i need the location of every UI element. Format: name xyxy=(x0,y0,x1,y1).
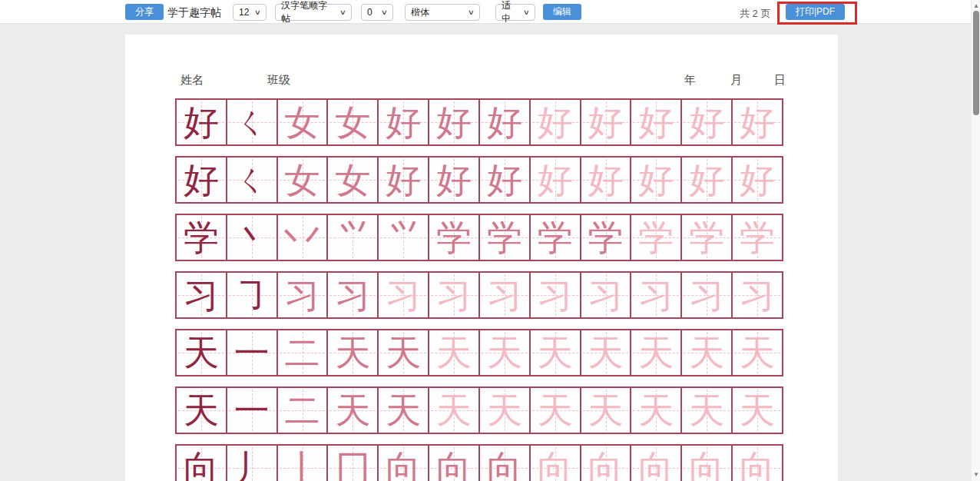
practice-cell: 女 xyxy=(328,158,379,202)
practice-cell: 习 xyxy=(733,273,782,317)
practice-cell: 好 xyxy=(733,100,782,144)
share-button[interactable]: 分享 xyxy=(125,4,164,20)
character-glyph: 向 xyxy=(581,446,631,481)
print-pdf-button[interactable]: 打印|PDF xyxy=(786,4,845,20)
character-glyph: 天 xyxy=(429,330,478,375)
practice-cell: 天 xyxy=(631,330,682,375)
practice-cell: 习 xyxy=(177,273,227,317)
grid-row: 天一二天天天天天天天天天 xyxy=(175,386,783,434)
character-glyph: 好 xyxy=(631,100,680,144)
day-label: 日 xyxy=(774,73,786,88)
density-select[interactable]: 适中 ∨ xyxy=(495,4,535,21)
scroll-up-icon[interactable]: ▲ xyxy=(972,2,980,11)
practice-cell: 好 xyxy=(581,100,632,144)
practice-cell: 向 xyxy=(531,446,581,481)
stroke-option-select[interactable]: 0 ∨ xyxy=(361,4,393,21)
edit-button[interactable]: 编辑 xyxy=(543,4,581,20)
grid-row: 习㇆习习习习习习习习习习 xyxy=(175,271,783,319)
character-glyph: 向 xyxy=(429,446,478,481)
character-glyph: 天 xyxy=(328,388,377,433)
practice-cell: 天 xyxy=(733,330,782,375)
practice-cell: 向 xyxy=(733,446,782,481)
practice-cell: 天 xyxy=(328,388,379,433)
practice-cell: 天 xyxy=(531,330,581,375)
character-glyph: 学 xyxy=(581,215,631,260)
practice-cell: 天 xyxy=(429,388,480,433)
character-glyph: 女 xyxy=(328,158,377,202)
character-glyph: 习 xyxy=(480,273,529,317)
practice-cell: 向 xyxy=(480,446,531,481)
character-glyph: 习 xyxy=(177,273,226,317)
site-title: 学于趣字帖 xyxy=(167,6,221,20)
scroll-down-icon[interactable]: ▼ xyxy=(972,470,980,479)
character-glyph: 习 xyxy=(581,273,631,317)
font-size-select[interactable]: 12 ∨ xyxy=(233,4,267,21)
character-glyph: 天 xyxy=(531,388,580,433)
chevron-down-icon: ∨ xyxy=(381,8,388,16)
practice-cell: 习 xyxy=(531,273,581,317)
practice-cell: 天 xyxy=(379,330,429,375)
character-glyph: 丨 xyxy=(278,446,327,481)
practice-cell: 学 xyxy=(631,215,682,260)
practice-cell: 女 xyxy=(328,100,379,144)
grid-row: 好ㄑ女女好好好好好好好好 xyxy=(175,98,783,146)
practice-cell: 习 xyxy=(328,273,379,317)
practice-cell: 向 xyxy=(682,446,733,481)
character-glyph: 好 xyxy=(480,100,529,144)
character-glyph: 天 xyxy=(733,388,782,433)
practice-cell: 女 xyxy=(278,158,329,202)
toolbar: 分享 学于趣字帖 12 ∨ 汉字笔顺字帖 ∨ 0 ∨ 楷体 ∨ 适中 ∨ 编辑 … xyxy=(0,0,980,24)
character-glyph: 好 xyxy=(682,158,731,202)
character-glyph: 天 xyxy=(581,330,631,375)
character-glyph: 学 xyxy=(682,215,731,260)
sheet-type-value: 汉字笔顺字帖 xyxy=(281,0,336,25)
character-glyph: 二 xyxy=(278,330,327,375)
app-window: 分享 学于趣字帖 12 ∨ 汉字笔顺字帖 ∨ 0 ∨ 楷体 ∨ 适中 ∨ 编辑 … xyxy=(0,0,980,481)
practice-cell: ㇆ xyxy=(227,273,278,317)
font-select[interactable]: 楷体 ∨ xyxy=(405,4,480,21)
character-glyph: 习 xyxy=(531,273,580,317)
worksheet-paper: 姓名 班级 年 月 日 好ㄑ女女好好好好好好好好好ㄑ女女好好好好好好好好学丶丷⺍… xyxy=(125,35,838,481)
character-glyph: 一 xyxy=(227,388,276,433)
practice-cell: 学 xyxy=(733,215,782,260)
chevron-down-icon: ∨ xyxy=(468,8,475,16)
character-glyph: 习 xyxy=(328,273,377,317)
chevron-down-icon: ∨ xyxy=(523,8,530,16)
practice-cell: 好 xyxy=(682,100,733,144)
practice-cell: 天 xyxy=(581,330,632,375)
scrollbar-thumb[interactable] xyxy=(973,11,979,115)
practice-cell: ⺍ xyxy=(328,215,379,260)
practice-cell: 天 xyxy=(379,388,429,433)
name-label: 姓名 xyxy=(180,73,204,88)
character-glyph: 天 xyxy=(379,330,428,375)
practice-cell: 好 xyxy=(531,100,581,144)
practice-cell: 好 xyxy=(733,158,782,202)
practice-cell: 好 xyxy=(682,158,733,202)
practice-cell: 学 xyxy=(581,215,632,260)
character-glyph: 学 xyxy=(177,215,226,260)
vertical-scrollbar[interactable]: ▲ ▼ xyxy=(971,0,980,481)
practice-cell: 向 xyxy=(429,446,480,481)
practice-cell: 向 xyxy=(379,446,429,481)
practice-cell: ㄑ xyxy=(227,158,278,202)
character-glyph: 向 xyxy=(733,446,782,481)
sheet-type-select[interactable]: 汉字笔顺字帖 ∨ xyxy=(275,4,352,21)
class-label: 班级 xyxy=(267,73,290,88)
character-glyph: 好 xyxy=(429,100,478,144)
character-glyph: 好 xyxy=(480,158,529,202)
character-glyph: 学 xyxy=(733,215,782,260)
grid-row: 学丶丷⺍⺍学学学学学学学 xyxy=(175,214,783,261)
practice-cell: 学 xyxy=(429,215,480,260)
practice-cell: 二 xyxy=(278,330,329,375)
character-glyph: 好 xyxy=(733,158,782,202)
character-glyph: 向 xyxy=(682,446,731,481)
practice-cell: 好 xyxy=(480,158,531,202)
practice-cell: 好 xyxy=(581,158,632,202)
practice-cell: 学 xyxy=(531,215,581,260)
character-glyph: 女 xyxy=(278,158,327,202)
character-glyph: 好 xyxy=(531,158,580,202)
practice-cell: 习 xyxy=(429,273,480,317)
character-glyph: 天 xyxy=(631,330,680,375)
character-glyph: ㄑ xyxy=(227,100,276,144)
practice-cell: 丿 xyxy=(227,446,278,481)
